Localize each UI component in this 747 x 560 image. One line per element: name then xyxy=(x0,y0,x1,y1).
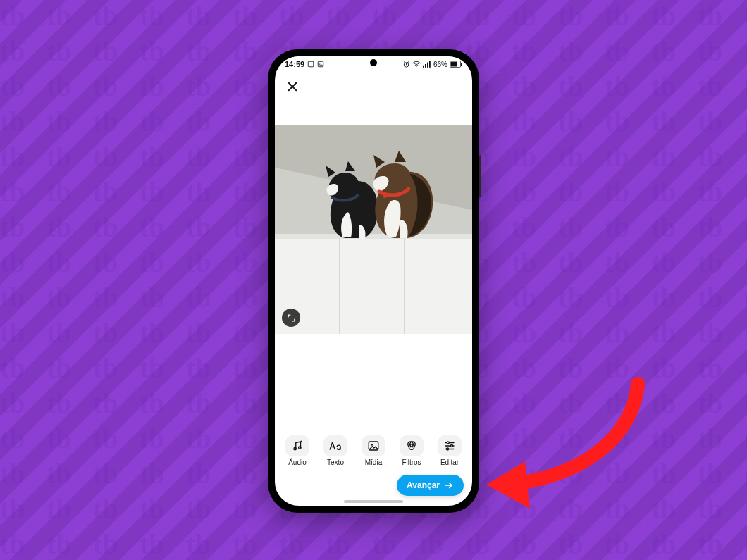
photo-content xyxy=(275,125,472,334)
camera-notch xyxy=(370,59,377,66)
close-button[interactable] xyxy=(282,76,303,97)
svg-point-29 xyxy=(451,445,453,447)
svg-rect-8 xyxy=(425,64,426,68)
svg-rect-2 xyxy=(308,61,314,67)
svg-point-20 xyxy=(383,194,387,198)
svg-point-21 xyxy=(294,447,296,449)
status-time: 14:59 xyxy=(285,60,304,68)
svg-rect-10 xyxy=(429,61,431,68)
editor-blank-area xyxy=(275,334,472,431)
alarm-icon xyxy=(402,61,410,68)
svg-point-22 xyxy=(299,447,301,449)
next-button-label: Avançar xyxy=(407,480,440,490)
filters-venn-icon xyxy=(400,435,424,456)
tool-audio[interactable]: Áudio xyxy=(282,435,313,466)
tool-text[interactable]: Texto xyxy=(320,435,351,466)
wifi-icon xyxy=(412,61,421,68)
status-left: 14:59 xyxy=(285,60,324,68)
music-note-icon xyxy=(285,435,309,456)
phone-frame: 14:59 66% xyxy=(268,49,479,513)
next-button[interactable]: Avançar xyxy=(397,475,464,496)
tool-text-label: Texto xyxy=(327,459,344,466)
svg-rect-16 xyxy=(275,237,472,334)
svg-point-24 xyxy=(371,444,373,445)
svg-point-28 xyxy=(447,442,449,444)
svg-rect-19 xyxy=(275,234,472,239)
tool-audio-label: Áudio xyxy=(288,459,307,466)
svg-rect-13 xyxy=(461,63,462,66)
text-aa-icon xyxy=(323,435,347,456)
screenshot-icon xyxy=(307,61,314,68)
home-indicator xyxy=(344,500,403,503)
phone-screen: 14:59 66% xyxy=(275,56,472,506)
close-icon xyxy=(286,80,299,93)
battery-text: 66% xyxy=(433,61,447,68)
sliders-icon xyxy=(438,435,462,456)
expand-crop-button[interactable] xyxy=(282,309,300,327)
editor-topbar xyxy=(275,72,472,101)
svg-point-6 xyxy=(416,66,417,67)
tool-edit-label: Editar xyxy=(440,459,459,466)
svg-rect-7 xyxy=(423,66,424,68)
svg-rect-9 xyxy=(427,63,428,68)
image-icon xyxy=(362,435,385,456)
status-right: 66% xyxy=(402,61,462,68)
battery-icon xyxy=(450,61,462,68)
expand-icon xyxy=(287,313,296,323)
signal-icon xyxy=(423,61,431,68)
photo-preview[interactable] xyxy=(275,125,472,334)
svg-point-4 xyxy=(319,63,321,64)
arrow-right-icon xyxy=(444,481,454,490)
tool-edit[interactable]: Editar xyxy=(434,435,465,466)
svg-rect-12 xyxy=(450,62,457,67)
tool-filters[interactable]: Filtros xyxy=(396,435,427,466)
status-bar: 14:59 66% xyxy=(275,56,472,72)
tool-media-label: Mídia xyxy=(365,459,382,466)
editor-tool-row: Áudio Texto Mídia Filtros xyxy=(275,431,472,469)
svg-point-30 xyxy=(447,448,449,450)
tool-filters-label: Filtros xyxy=(402,459,421,466)
tool-media[interactable]: Mídia xyxy=(358,435,389,466)
image-icon xyxy=(317,61,324,68)
